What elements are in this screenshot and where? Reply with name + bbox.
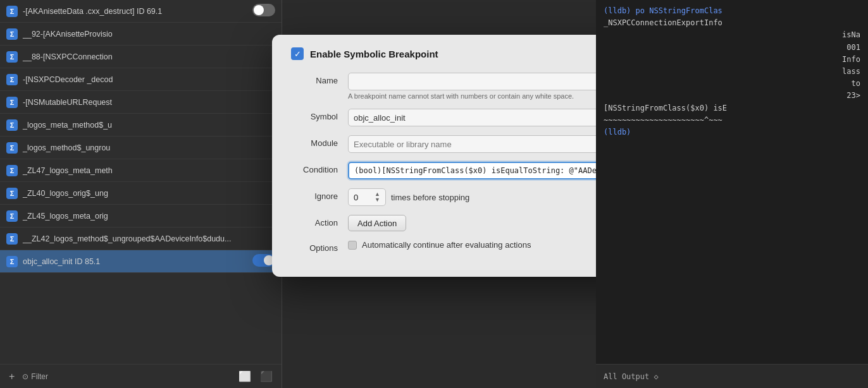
breakpoint-label: _logos_method$_ungrou [23,143,110,152]
enable-checkbox[interactable]: ✓ [291,47,304,60]
ignore-value: 0 [354,193,358,202]
auto-continue-checkbox[interactable] [348,241,357,250]
panel-toggle-button-1[interactable]: ⬜ [236,369,254,384]
options-label: Options [291,240,348,253]
list-item[interactable]: Σ _ZL45_logos_meta_orig [0,205,282,227]
console-panel: (lldb) po NSStringFromClas _NSXPCConnect… [596,0,868,388]
list-item[interactable]: Σ __ZL42_logos_method$_ungrouped$AADevic… [0,227,282,250]
add-breakpoint-button[interactable]: + [6,370,17,384]
times-label: times before stopping [391,193,469,202]
symbol-label: Symbol [291,109,348,121]
module-label: Module [291,135,348,148]
breakpoint-icon: Σ [6,97,18,108]
breakpoint-icon: Σ [6,119,18,131]
console-text: 23> [604,90,860,102]
console-line: Info [604,54,860,66]
filter-button[interactable]: ⊙ Filter [22,372,48,381]
console-output: (lldb) po NSStringFromClas _NSXPCConnect… [596,0,868,143]
breakpoint-icon: Σ [6,6,18,17]
toggle-off-icon[interactable] [252,4,275,16]
add-action-button[interactable]: Add Action [348,215,406,231]
console-text: _NSXPCConnectionExportInfo [604,18,722,27]
breakpoint-label: _ZL45_logos_meta_orig [23,212,108,221]
breakpoint-label: _ZL40_logos_orig$_ung [23,189,108,198]
breakpoint-label: __88-[NSXPCConnection [23,52,113,61]
console-line: ~~~~~~~~~~~~~~~~~~~~~~^~~~ [604,114,860,126]
breakpoint-icon: Σ [6,210,18,222]
console-line: (lldb) [604,126,860,138]
breakpoint-icon: Σ [6,74,18,85]
auto-continue-label: Automatically continue after evaluating … [362,240,531,250]
list-item[interactable]: Σ _ZL47_logos_meta_meth [0,159,282,182]
console-text-blue: (lldb) [604,128,631,136]
name-label: Name [291,73,348,85]
bottom-bar-right: ⬜ ⬛ [236,369,275,384]
ignore-label: Ignore [291,188,348,201]
console-line: 23> [604,90,860,102]
console-text: lass [604,66,860,78]
filter-icon: ⊙ [22,372,28,381]
console-line: [NSStringFromClass($x0) isE [604,102,860,114]
list-item[interactable]: Σ _ZL40_logos_orig$_ung [0,182,282,205]
console-line: isNa [604,29,860,41]
console-line: to [604,78,860,90]
breakpoint-icon: Σ [6,142,18,154]
breakpoint-list-panel: Σ -[AKAnisetteData .cxx_destruct] ID 69.… [0,0,282,388]
breakpoint-label: objc_alloc_init ID 85.1 [23,257,100,266]
breakpoint-icon: Σ [6,28,18,40]
modal-title: Enable Symbolic Breakpoint [310,49,438,59]
list-item[interactable]: Σ _logos_meta_method$_u [0,114,282,136]
breakpoint-toggle[interactable] [252,4,275,18]
filter-label: Filter [31,372,48,381]
console-text: to [604,78,860,90]
console-text: Info [604,54,860,66]
console-line: _NSXPCConnectionExportInfo [604,17,860,29]
breakpoint-label: _ZL47_logos_meta_meth [23,166,113,175]
panel-toggle-button-2[interactable]: ⬛ [257,369,275,384]
console-text: ~~~~~~~~~~~~~~~~~~~~~~^~~~ [604,116,722,124]
console-text: 001 [604,42,860,54]
list-item[interactable]: Σ __88-[NSXPCConnection [0,45,282,68]
breakpoint-label: -[NSXPCDecoder _decod [23,75,113,84]
console-line: lass [604,66,860,78]
ignore-stepper[interactable]: 0 ▲▼ [348,188,386,206]
condition-label: Condition [291,162,348,174]
output-selector[interactable]: All Output ◇ [604,372,659,381]
breakpoint-label: __ZL42_logos_method$_ungrouped$AADeviceI… [23,234,231,243]
list-item-active[interactable]: Σ objc_alloc_init ID 85.1 [0,250,282,273]
console-text-blue: (lldb) po NSStringFromClas [604,6,722,15]
console-text: isNa [604,29,860,41]
list-item[interactable]: Σ __92-[AKAnisetteProvisio [0,23,282,45]
breakpoint-list: Σ -[AKAnisetteData .cxx_destruct] ID 69.… [0,0,282,273]
breakpoint-icon: Σ [6,165,18,176]
breakpoint-icon: Σ [6,233,18,245]
console-text: [NSStringFromClass($x0) isE [604,104,727,112]
action-label: Action [291,215,348,227]
breakpoint-label: -[AKAnisetteData .cxx_destruct] ID 69.1 [23,7,162,16]
console-line: 001 [604,42,860,54]
bottom-toolbar: + ⊙ Filter ⬜ ⬛ [0,364,282,388]
breakpoint-icon: Σ [6,256,18,267]
breakpoint-label: -[NSMutableURLRequest [23,98,112,107]
breakpoint-icon: Σ [6,188,18,199]
console-line: (lldb) po NSStringFromClas [604,5,860,17]
breakpoint-icon: Σ [6,51,18,63]
list-item[interactable]: Σ _logos_method$_ungrou [0,136,282,159]
stepper-arrows[interactable]: ▲▼ [375,191,380,203]
list-item[interactable]: Σ -[AKAnisetteData .cxx_destruct] ID 69.… [0,0,282,23]
breakpoint-label: _logos_meta_method$_u [23,121,112,130]
list-item[interactable]: Σ -[NSMutableURLRequest [0,91,282,114]
breakpoint-label: __92-[AKAnisetteProvisio [23,30,113,39]
console-bottom-bar: All Output ◇ [596,364,868,388]
list-item[interactable]: Σ -[NSXPCDecoder _decod [0,68,282,91]
